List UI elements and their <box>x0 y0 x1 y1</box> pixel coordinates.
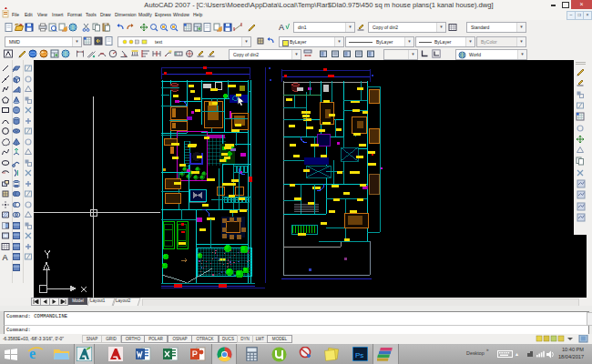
svg-text:A: A <box>3 253 8 262</box>
svg-text:A: A <box>279 23 284 32</box>
svg-text:Ps: Ps <box>355 351 363 359</box>
